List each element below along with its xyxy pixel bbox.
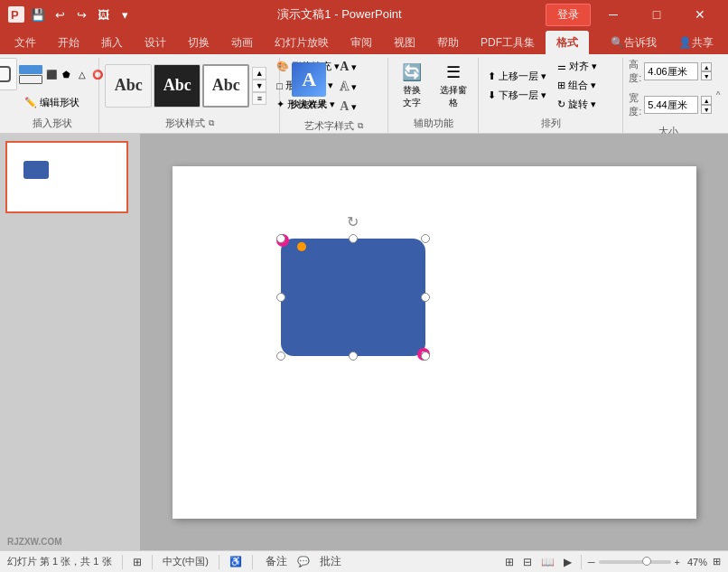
tab-share[interactable]: 👤 共享 — [667, 31, 724, 54]
slide-thumbnail[interactable] — [5, 141, 128, 213]
tab-transition[interactable]: 切换 — [177, 31, 220, 54]
zoom-out-icon[interactable]: ─ — [588, 557, 595, 567]
tab-animation[interactable]: 动画 — [220, 31, 264, 54]
scroll-expand-btn[interactable]: ≡ — [252, 92, 266, 105]
arrange-align-col: ⚌ 对齐 ▾ ⊞ 组合 ▾ ↻ 旋转 ▾ — [554, 58, 601, 113]
comments-button[interactable]: 批注 — [317, 553, 344, 570]
align-button[interactable]: ⚌ 对齐 ▾ — [554, 58, 601, 75]
scroll-up-btn[interactable]: ▲ — [252, 67, 266, 80]
slide-canvas[interactable]: ↻ 1 2 — [173, 166, 696, 519]
edit-shape-button[interactable]: ✏️编辑形状 — [21, 94, 83, 111]
close-button[interactable]: ✕ — [679, 0, 721, 29]
title-bar-right: 登录 ─ □ ✕ — [546, 0, 721, 29]
zoom-slider[interactable] — [599, 560, 671, 564]
slideshow-view-btn[interactable]: ▶ — [561, 555, 574, 569]
text-outline-button[interactable]: A▾ — [336, 78, 360, 96]
art-text-group: A 快速样式 A▾ A▾ A▾ 艺术字样式 ⧉ — [280, 58, 388, 133]
normal-view-btn[interactable]: ⊞ — [502, 555, 517, 569]
zoom-in-icon[interactable]: + — [675, 557, 680, 567]
notes-button[interactable]: 备注 — [263, 553, 290, 570]
width-input-row: 宽度: ▲ ▼ — [629, 91, 712, 118]
quick-access-toolbar: 💾 ↩ ↪ 🖼 ▾ — [29, 5, 134, 23]
group-button[interactable]: ⊞ 组合 ▾ — [554, 77, 601, 94]
tab-slideshow[interactable]: 幻灯片放映 — [264, 31, 340, 54]
replace-text-button[interactable]: 🔄 替换 文字 — [394, 61, 430, 111]
slide-sorter-btn[interactable]: ⊟ — [520, 555, 535, 569]
tab-view[interactable]: 视图 — [383, 31, 426, 54]
scroll-down-btn[interactable]: ▼ — [252, 80, 266, 92]
width-spin-up[interactable]: ▲ — [701, 96, 712, 105]
handle-top-left[interactable] — [276, 234, 285, 243]
art-text-content: A 快速样式 A▾ A▾ A▾ — [285, 58, 382, 117]
handle-bottom-center[interactable] — [349, 352, 358, 361]
shape-styles-expand-icon[interactable]: ⧉ — [209, 118, 214, 128]
height-spin-down[interactable]: ▼ — [701, 71, 712, 80]
handle-middle-right[interactable] — [421, 293, 430, 302]
login-button[interactable]: 登录 — [546, 4, 591, 26]
shape-style-btn-1[interactable]: Abc — [105, 64, 152, 108]
minimize-button[interactable]: ─ — [593, 0, 634, 29]
shape-style-btn-2[interactable]: Abc — [154, 64, 201, 108]
shape-cell-3[interactable]: △ — [75, 68, 89, 80]
handle-middle-left[interactable] — [276, 293, 285, 302]
adjustment-handle[interactable] — [297, 242, 306, 251]
tab-review[interactable]: 审阅 — [340, 31, 383, 54]
thumb-shape — [23, 161, 49, 179]
handle-bottom-right[interactable] — [421, 352, 430, 361]
width-input[interactable] — [644, 96, 698, 114]
language-indicator: 中文(中国) — [163, 555, 209, 568]
rotate-icon: ↻ — [557, 98, 565, 110]
zoom-level[interactable]: 47% — [687, 557, 707, 567]
rotate-button[interactable]: ↻ 旋转 ▾ — [554, 96, 601, 113]
selected-shape[interactable] — [281, 239, 425, 356]
shape-icon-large — [0, 58, 17, 90]
tab-file[interactable]: 文件 — [4, 31, 47, 54]
maximize-button[interactable]: □ — [636, 0, 677, 29]
dropdown-icon[interactable]: ▾ — [116, 5, 134, 23]
undo-icon[interactable]: ↩ — [51, 5, 69, 23]
tab-design[interactable]: 设计 — [134, 31, 177, 54]
tab-insert[interactable]: 插入 — [90, 31, 134, 54]
shape-cell-2[interactable]: ⬟ — [60, 68, 74, 80]
slide-info: 幻灯片 第 1 张，共 1 张 — [7, 555, 112, 568]
rotate-handle[interactable]: ↻ — [347, 213, 359, 226]
redo-icon[interactable]: ↪ — [72, 5, 90, 23]
text-fill-button[interactable]: A▾ — [336, 58, 360, 76]
shape-style-btn-3[interactable]: Abc — [202, 64, 249, 108]
status-bar: 幻灯片 第 1 张，共 1 张 ⊞ 中文(中国) ♿ 备注 💬 批注 ⊞ ⊟ 📖… — [0, 550, 728, 572]
title-bar: P 💾 ↩ ↪ 🖼 ▾ 演示文稿1 - PowerPoint 登录 ─ □ ✕ — [0, 0, 728, 29]
screenshot-icon[interactable]: 🖼 — [94, 5, 112, 23]
tab-home[interactable]: 开始 — [47, 31, 90, 54]
handle-top-right[interactable] — [421, 234, 430, 243]
canvas-area: ↻ 1 2 — [140, 134, 728, 550]
shape-styles-group: Abc Abc Abc ▲ ▼ ≡ 🎨 形状填充 ▾ □ 形状轮廓 ▾ — [99, 58, 280, 133]
move-down-button[interactable]: ⬇ 下移一层 ▾ — [484, 87, 550, 104]
shape-container[interactable]: ↻ 1 2 — [281, 239, 425, 356]
tab-format[interactable]: 格式 — [546, 31, 589, 54]
fit-icon[interactable]: ⊞ — [713, 556, 721, 567]
reading-view-btn[interactable]: 📖 — [538, 555, 557, 569]
select-panel-icon: ☰ — [446, 62, 461, 82]
search-icon: 🔍 — [611, 36, 624, 49]
width-spin-down[interactable]: ▼ — [701, 105, 712, 114]
move-up-button[interactable]: ⬆ 上移一层 ▾ — [484, 68, 550, 85]
tab-pdf[interactable]: PDF工具集 — [470, 31, 546, 54]
select-panel-button[interactable]: ☰ 选择窗格 — [434, 61, 472, 111]
tab-help[interactable]: 帮助 — [426, 31, 470, 54]
handle-top-center[interactable] — [349, 234, 358, 243]
art-text-expand-icon[interactable]: ⧉ — [358, 121, 363, 131]
handle-bottom-left[interactable] — [276, 352, 285, 361]
tab-tell-me[interactable]: 🔍 告诉我 — [600, 31, 667, 54]
save-icon[interactable]: 💾 — [29, 5, 47, 23]
text-effect-button[interactable]: A▾ — [336, 98, 360, 116]
align-icon: ⚌ — [557, 61, 566, 72]
size-group: 高度: ▲ ▼ 宽度: ▲ ▼ 大小 — [623, 58, 714, 133]
quick-style-button[interactable]: A 快速样式 — [285, 61, 332, 113]
shape-cell-1[interactable]: ⬛ — [44, 68, 59, 80]
ribbon-collapse-btn[interactable]: ^ — [714, 58, 723, 133]
height-input[interactable] — [644, 62, 698, 80]
arrange-stack-col: ⬆ 上移一层 ▾ ⬇ 下移一层 ▾ — [484, 68, 550, 104]
status-sep-3 — [219, 555, 219, 569]
height-spin-up[interactable]: ▲ — [701, 62, 712, 71]
watermark: RJZXW.COM — [7, 537, 62, 547]
